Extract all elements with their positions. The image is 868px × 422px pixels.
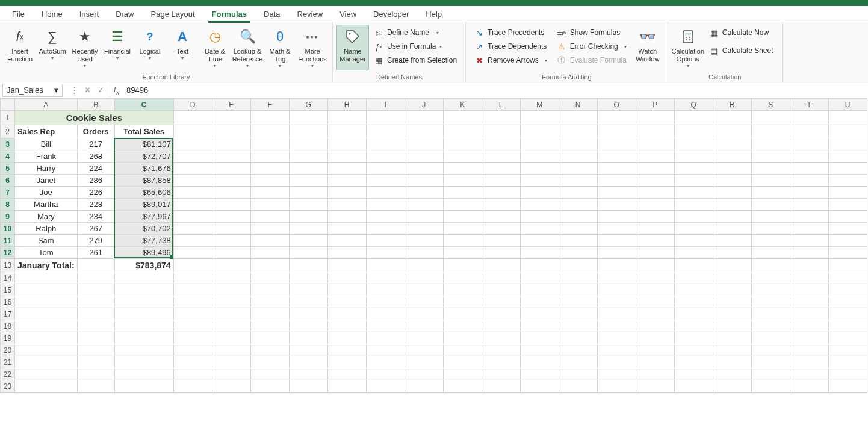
cell-J1[interactable] <box>405 111 443 125</box>
cell-Q7[interactable] <box>674 187 713 199</box>
cell-B6[interactable]: 286 <box>77 175 114 187</box>
cell-O18[interactable] <box>597 320 636 332</box>
cell-M13[interactable] <box>520 259 559 272</box>
cell-P10[interactable] <box>636 223 674 235</box>
cell-D18[interactable] <box>173 320 212 332</box>
cell-U7[interactable] <box>828 187 867 199</box>
cell-O11[interactable] <box>597 235 636 247</box>
cell-S5[interactable] <box>751 163 790 175</box>
use-in-formula-button[interactable]: ƒx Use in Formula ▾ <box>370 40 460 53</box>
cell-C22[interactable] <box>114 368 173 380</box>
cell-H15[interactable] <box>327 284 366 296</box>
cell-C5[interactable]: $71,676 <box>114 163 173 175</box>
cell-U1[interactable] <box>828 111 867 125</box>
cell-Q6[interactable] <box>674 175 713 187</box>
cell-K7[interactable] <box>443 187 482 199</box>
cell-T22[interactable] <box>790 368 828 380</box>
cell-N21[interactable] <box>559 356 597 368</box>
cell-H19[interactable] <box>327 332 366 344</box>
cell-K8[interactable] <box>443 199 482 211</box>
cell-U23[interactable] <box>828 380 867 393</box>
cell-H13[interactable] <box>327 259 366 272</box>
cell-M12[interactable] <box>520 247 559 259</box>
cell-K16[interactable] <box>443 296 482 308</box>
cell-D20[interactable] <box>173 344 212 356</box>
cell-Q12[interactable] <box>674 247 713 259</box>
cell-O20[interactable] <box>597 344 636 356</box>
row-header-1[interactable]: 1 <box>1 111 15 125</box>
cell-I4[interactable] <box>366 150 405 163</box>
cell-E21[interactable] <box>212 356 250 368</box>
row-header-20[interactable]: 20 <box>1 344 15 356</box>
tab-view[interactable]: View <box>331 6 365 22</box>
cell-H3[interactable] <box>327 138 366 150</box>
cell-H6[interactable] <box>327 175 366 187</box>
cell-P15[interactable] <box>636 284 674 296</box>
cell-E11[interactable] <box>212 235 250 247</box>
cell-F22[interactable] <box>250 368 289 380</box>
row-header-6[interactable]: 6 <box>1 175 15 187</box>
cell-T15[interactable] <box>790 284 828 296</box>
column-header-D[interactable]: D <box>173 99 212 111</box>
cell-K21[interactable] <box>443 356 482 368</box>
cell-I9[interactable] <box>366 211 405 223</box>
cell-E22[interactable] <box>212 368 250 380</box>
cell-L21[interactable] <box>482 356 520 368</box>
cell-S3[interactable] <box>751 138 790 150</box>
cell-F7[interactable] <box>250 187 289 199</box>
cell-B20[interactable] <box>77 344 114 356</box>
cell-L7[interactable] <box>482 187 520 199</box>
cell-N6[interactable] <box>559 175 597 187</box>
cell-R4[interactable] <box>713 150 751 163</box>
row-header-13[interactable]: 13 <box>1 259 15 272</box>
cell-U15[interactable] <box>828 284 867 296</box>
cell-J3[interactable] <box>405 138 443 150</box>
cell-E14[interactable] <box>212 272 250 284</box>
cell-L17[interactable] <box>482 308 520 320</box>
cell-M22[interactable] <box>520 368 559 380</box>
cell-H14[interactable] <box>327 272 366 284</box>
cell-L22[interactable] <box>482 368 520 380</box>
cell-H17[interactable] <box>327 308 366 320</box>
cell-H23[interactable] <box>327 380 366 393</box>
cell-T14[interactable] <box>790 272 828 284</box>
cell-O17[interactable] <box>597 308 636 320</box>
cell-B4[interactable]: 268 <box>77 150 114 163</box>
cell-M3[interactable] <box>520 138 559 150</box>
cell-E8[interactable] <box>212 199 250 211</box>
row-header-17[interactable]: 17 <box>1 308 15 320</box>
cell-E23[interactable] <box>212 380 250 393</box>
cell-C7[interactable]: $65,606 <box>114 187 173 199</box>
row-header-2[interactable]: 2 <box>1 125 15 138</box>
cell-Q8[interactable] <box>674 199 713 211</box>
cell-A18[interactable] <box>15 320 78 332</box>
autosum-button[interactable]: ∑ AutoSum ▾ <box>36 25 69 70</box>
cell-A7[interactable]: Joe <box>15 187 78 199</box>
cell-R1[interactable] <box>713 111 751 125</box>
cell-Q23[interactable] <box>674 380 713 393</box>
cell-N15[interactable] <box>559 284 597 296</box>
financial-button[interactable]: ☰ Financial ▾ <box>101 25 134 70</box>
cell-M11[interactable] <box>520 235 559 247</box>
cell-S6[interactable] <box>751 175 790 187</box>
cell-L1[interactable] <box>482 111 520 125</box>
cell-A8[interactable]: Martha <box>15 199 78 211</box>
cell-E12[interactable] <box>212 247 250 259</box>
cell-U8[interactable] <box>828 199 867 211</box>
cell-D7[interactable] <box>173 187 212 199</box>
cell-I7[interactable] <box>366 187 405 199</box>
cell-C2[interactable]: Total Sales <box>114 125 173 138</box>
fx-label-icon[interactable]: fx <box>110 85 123 96</box>
cell-M21[interactable] <box>520 356 559 368</box>
cell-P12[interactable] <box>636 247 674 259</box>
cell-O9[interactable] <box>597 211 636 223</box>
cell-F9[interactable] <box>250 211 289 223</box>
cell-R6[interactable] <box>713 175 751 187</box>
cell-O12[interactable] <box>597 247 636 259</box>
cell-U13[interactable] <box>828 259 867 272</box>
cell-Q5[interactable] <box>674 163 713 175</box>
cell-D6[interactable] <box>173 175 212 187</box>
cell-C11[interactable]: $77,738 <box>114 235 173 247</box>
tab-help[interactable]: Help <box>417 6 450 22</box>
cell-A21[interactable] <box>15 356 78 368</box>
